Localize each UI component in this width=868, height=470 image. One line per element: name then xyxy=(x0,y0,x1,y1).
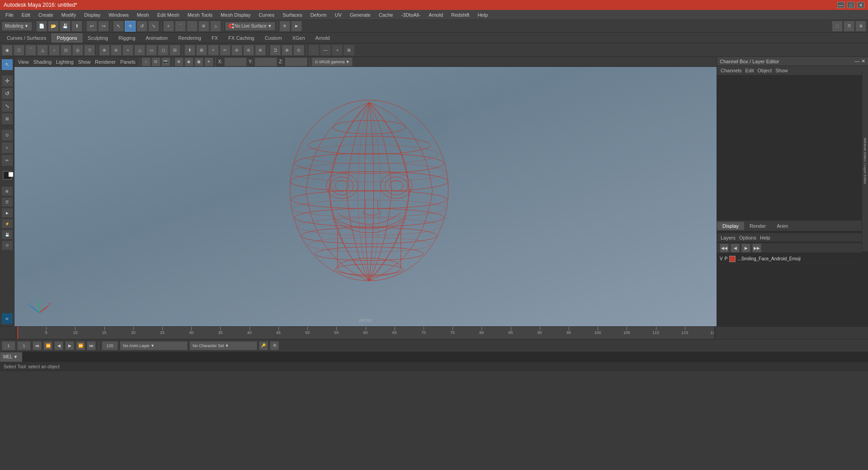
menu-edit[interactable]: Edit xyxy=(18,11,34,19)
layer-color-swatch[interactable] xyxy=(729,256,736,262)
color-square-left[interactable] xyxy=(3,171,12,180)
cache-group-left[interactable]: 💾 xyxy=(1,230,13,240)
fill-hole-button[interactable]: ◻ xyxy=(158,45,169,56)
merge-button[interactable]: ⊗ xyxy=(282,45,292,56)
tab-fx-caching[interactable]: FX Caching xyxy=(223,33,259,42)
cone-button[interactable]: △ xyxy=(37,45,48,56)
move-tool-left[interactable]: ✛ xyxy=(1,75,13,87)
menu-generate[interactable]: Generate xyxy=(346,11,374,19)
prefs-button[interactable]: ⚙ xyxy=(270,341,279,350)
vertex-select-button[interactable]: · xyxy=(308,45,319,56)
separate-button[interactable]: ⊖ xyxy=(111,45,122,56)
rotate-tool-button[interactable]: ↺ xyxy=(137,21,147,32)
anim-group-left[interactable]: ⏱ xyxy=(1,240,13,250)
layer-play-button[interactable]: ▶ xyxy=(741,244,750,253)
menu-cache[interactable]: Cache xyxy=(375,11,397,19)
hotbox-button[interactable]: ⊞ xyxy=(855,21,866,32)
collapse-button[interactable]: ⊙ xyxy=(293,45,304,56)
triangulate-button[interactable]: △ xyxy=(134,45,145,56)
layer-p-label[interactable]: P xyxy=(725,256,728,261)
ui-elements-button[interactable]: ☰ xyxy=(844,21,854,32)
import-button[interactable]: ⬆ xyxy=(71,21,82,32)
menu-curves[interactable]: Curves xyxy=(255,11,278,19)
auto-key-button[interactable]: 🔑 xyxy=(259,341,268,350)
torus-button[interactable]: ○ xyxy=(49,45,60,56)
snap-surface-button[interactable]: △ xyxy=(210,21,221,32)
snap-curve-button[interactable]: ⌒ xyxy=(175,21,186,32)
soft-mod-left[interactable]: ⊙ xyxy=(1,129,13,141)
vp-panels-menu[interactable]: Panels xyxy=(118,59,137,65)
layer-forward-button[interactable]: ▶▶ xyxy=(752,244,761,253)
layer-back-button[interactable]: ◀ xyxy=(731,244,740,253)
face-select-button[interactable]: ▪ xyxy=(332,45,343,56)
sim-group-left[interactable]: ⚡ xyxy=(1,219,13,229)
multi-cut-button[interactable]: ⊘ xyxy=(231,45,242,56)
panel-minimize-icon[interactable]: — xyxy=(854,58,859,64)
scale-tool-button[interactable]: ⤡ xyxy=(148,21,159,32)
show-menu[interactable]: Show xyxy=(775,68,788,73)
tab-rigging[interactable]: Rigging xyxy=(113,33,140,42)
tab-curves-surfaces[interactable]: Curves / Surfaces xyxy=(2,33,51,42)
menu-deform[interactable]: Deform xyxy=(307,11,330,19)
play-back-button[interactable]: ◀ xyxy=(54,341,63,350)
y-coord-input[interactable] xyxy=(255,57,277,66)
bevel-button[interactable]: ⊐ xyxy=(270,45,281,56)
tab-animation[interactable]: Animation xyxy=(141,33,173,42)
command-line-input[interactable] xyxy=(23,352,868,362)
display-prefs-button[interactable]: ⬚ xyxy=(832,21,843,32)
timeline-playhead[interactable] xyxy=(17,327,18,339)
menu-mesh[interactable]: Mesh xyxy=(133,11,153,19)
menu-file[interactable]: File xyxy=(2,11,17,19)
no-live-surface-button[interactable]: 🧲 No Live Surface ▼ xyxy=(225,22,275,31)
prism-button[interactable]: ▽ xyxy=(84,45,95,56)
go-start-button[interactable]: ⏮ xyxy=(33,341,42,350)
uvset-button[interactable]: ⊞ xyxy=(344,45,354,56)
snap-group-left[interactable]: ⊞ xyxy=(1,186,13,196)
tab-rendering[interactable]: Rendering xyxy=(173,33,206,42)
plane-button[interactable]: ⊡ xyxy=(61,45,71,56)
panel-close-icon[interactable]: ✕ xyxy=(861,58,865,64)
menu-edit-mesh[interactable]: Edit Mesh xyxy=(154,11,183,19)
next-frame-button[interactable]: ⏩ xyxy=(76,341,85,350)
maximize-button[interactable]: □ xyxy=(847,2,854,8)
snap-view-button[interactable]: ⊞ xyxy=(198,21,209,32)
menu-modify[interactable]: Modify xyxy=(58,11,80,19)
extrude-button[interactable]: ⬆ xyxy=(184,45,195,56)
select-tool-left[interactable]: ↖ xyxy=(1,59,13,70)
render-group-left[interactable]: ▶ xyxy=(1,208,13,218)
layer-v-label[interactable]: V xyxy=(720,256,723,261)
cube-button[interactable]: ⬡ xyxy=(14,45,24,56)
cylinder-button[interactable]: ⌒ xyxy=(25,45,36,56)
z-coord-input[interactable] xyxy=(285,57,307,66)
append-polygon-button[interactable]: + xyxy=(208,45,219,56)
render-settings-button[interactable]: ⚙ xyxy=(279,21,290,32)
smooth-button[interactable]: ≈ xyxy=(123,45,133,56)
new-file-button[interactable]: 📄 xyxy=(36,21,47,32)
menu-mesh-display[interactable]: Mesh Display xyxy=(217,11,254,19)
end-frame-input[interactable]: 120 xyxy=(102,341,118,350)
tab-polygons[interactable]: Polygons xyxy=(52,33,82,42)
scale-tool-left[interactable]: ⤡ xyxy=(1,100,13,112)
menu-display[interactable]: Display xyxy=(80,11,104,19)
vp-view-menu[interactable]: View xyxy=(16,59,31,65)
prev-frame-button[interactable]: ⏪ xyxy=(43,341,52,350)
insert-edge-loop-button[interactable]: ⊜ xyxy=(243,45,254,56)
play-button[interactable]: ▶ xyxy=(65,341,74,350)
snap-grid-button[interactable]: # xyxy=(163,21,174,32)
sphere-button[interactable]: ◉ xyxy=(2,45,13,56)
menu-mesh-tools[interactable]: Mesh Tools xyxy=(184,11,216,19)
tab-xgen[interactable]: XGen xyxy=(287,33,310,42)
x-coord-input[interactable] xyxy=(224,57,247,66)
vp-lighting-menu[interactable]: Lighting xyxy=(54,59,75,65)
current-frame-input[interactable]: 1 xyxy=(17,341,31,350)
go-end-button[interactable]: ⏭ xyxy=(87,341,96,350)
paint-left[interactable]: ✏ xyxy=(1,155,13,166)
menu-create[interactable]: Create xyxy=(35,11,57,19)
vp-textured-button[interactable]: ▦ xyxy=(194,57,203,66)
attribute-editor-strip[interactable]: Attribute Editor / Layer Editor xyxy=(862,70,868,251)
color-profile-dropdown[interactable]: ⊙ sRGB gamma ▼ xyxy=(311,57,353,66)
render-tab[interactable]: Render xyxy=(744,222,771,230)
vp-lighting-toggle[interactable]: ☀ xyxy=(204,57,213,66)
tab-sculpting[interactable]: Sculpting xyxy=(83,33,113,42)
menu-help[interactable]: Help xyxy=(474,11,491,19)
